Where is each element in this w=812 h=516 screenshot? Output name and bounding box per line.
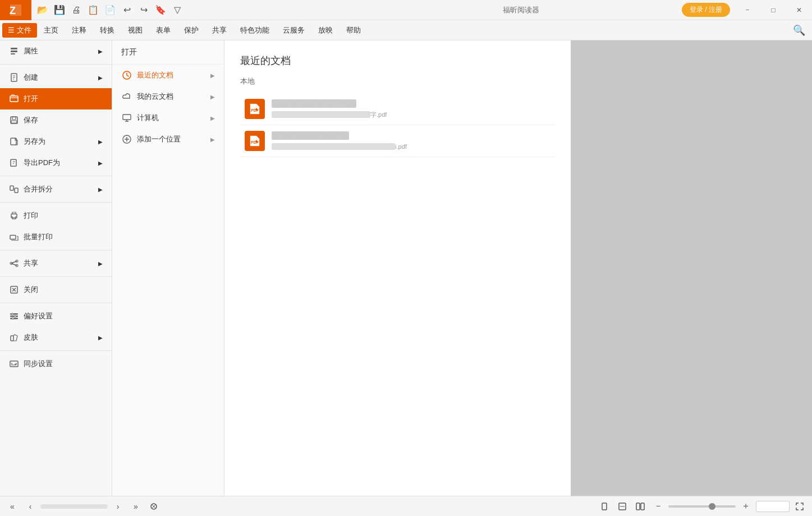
fit-width-btn[interactable]	[614, 499, 630, 514]
saveas-arrow: ▶	[98, 139, 103, 145]
sidebar-item-open[interactable]: 打开	[0, 88, 112, 109]
menu-item-protect[interactable]: 保护	[177, 22, 205, 39]
file-name-1: 好消息与坏消息文件名称	[272, 99, 550, 109]
zoom-out-btn[interactable]: －	[650, 499, 666, 514]
svg-rect-28	[123, 115, 131, 120]
merge-icon	[9, 184, 19, 194]
sidebar-item-skin-label: 皮肤	[24, 332, 38, 343]
svg-rect-12	[15, 188, 18, 193]
prev-page-btn[interactable]: ‹	[22, 499, 38, 514]
minimize-button[interactable]: －	[735, 0, 760, 20]
fullscreen-btn[interactable]	[792, 499, 808, 514]
svg-rect-11	[10, 186, 13, 190]
svg-rect-5	[10, 96, 18, 102]
sidebar-item-preferences[interactable]: 偏好设置	[0, 305, 112, 327]
fit-page-panel-btn[interactable]	[146, 499, 162, 514]
stamp-btn[interactable]: 🔖	[153, 2, 168, 18]
submenu-item-recent[interactable]: 最近的文档 ▶	[112, 65, 224, 86]
menu-item-forms[interactable]: 表单	[149, 22, 177, 39]
menu-item-features[interactable]: 特色功能	[233, 22, 276, 39]
prev-section-btn[interactable]: «	[4, 499, 20, 514]
zoom-in-btn[interactable]: ＋	[738, 499, 754, 514]
sidebar-item-saveas[interactable]: 另存为 ▶	[0, 131, 112, 152]
skin-arrow: ▶	[98, 335, 103, 341]
menu-item-help[interactable]: 帮助	[340, 22, 368, 39]
cloud-icon	[121, 92, 132, 102]
next-page-btn[interactable]: ›	[110, 499, 126, 514]
skin-icon	[9, 332, 19, 343]
svg-point-23	[15, 316, 16, 317]
sidebar-item-batch-print[interactable]: 批量打印	[0, 226, 112, 248]
zoom-slider[interactable]	[668, 505, 736, 508]
computer-arrow: ▶	[210, 115, 215, 121]
svg-rect-8	[11, 121, 17, 123]
sidebar-item-print[interactable]: 打印	[0, 205, 112, 226]
maximize-button[interactable]: □	[760, 0, 786, 20]
sidebar-item-sync[interactable]: 同步设置	[0, 353, 112, 375]
menu-item-view[interactable]: 视图	[121, 22, 149, 39]
sidebar-item-create[interactable]: 创建 ▶	[0, 67, 112, 88]
clock-icon	[121, 70, 132, 80]
sidebar-item-close[interactable]: 关闭	[0, 279, 112, 300]
save-btn[interactable]: 💾	[52, 2, 67, 18]
menu-item-slideshow[interactable]: 放映	[311, 22, 340, 39]
share-icon	[9, 258, 19, 268]
dropdown-btn[interactable]: ▽	[169, 2, 185, 18]
status-right: － ＋	[597, 499, 808, 514]
menu-item-share[interactable]: 共享	[205, 22, 233, 39]
submenu-computer-label: 计算机	[137, 113, 159, 123]
zoom-thumb[interactable]	[709, 503, 715, 510]
menu-item-home[interactable]: 主页	[37, 22, 65, 39]
single-page-btn[interactable]	[597, 499, 612, 514]
divider-2	[0, 176, 112, 176]
divider-6	[0, 303, 112, 303]
sidebar-item-properties[interactable]: 属性 ▶	[0, 40, 112, 62]
print-btn[interactable]: 🖨	[68, 2, 84, 18]
scroll-bar[interactable]	[40, 504, 108, 509]
file-item-1[interactable]: PDF 好消息与坏消息文件名称 D:\路径路径路径路径路径路径路径字.pdf	[240, 93, 555, 125]
sidebar-item-skin[interactable]: 皮肤 ▶	[0, 327, 112, 348]
file-menu-button[interactable]: ☰ 文件	[2, 23, 37, 38]
close-doc-icon	[9, 285, 19, 295]
print-icon	[9, 211, 19, 221]
menu-item-convert[interactable]: 转换	[93, 22, 121, 39]
sidebar-item-export[interactable]: 导出PDF为 ▶	[0, 152, 112, 173]
open-folder-btn[interactable]: 📂	[35, 2, 51, 18]
submenu-item-cloud[interactable]: 我的云文档 ▶	[112, 86, 224, 107]
sync-icon	[9, 359, 19, 369]
window-controls: － □ ✕	[735, 0, 812, 20]
sidebar-item-batch-print-label: 批量打印	[24, 232, 53, 242]
copy-btn[interactable]: 📋	[85, 2, 101, 18]
divider-4	[0, 250, 112, 250]
divider-7	[0, 350, 112, 351]
svg-rect-14	[10, 235, 16, 239]
menu-item-annotate[interactable]: 注释	[65, 22, 93, 39]
next-section-btn[interactable]: »	[128, 499, 144, 514]
svg-point-24	[12, 318, 14, 319]
menu-item-cloud[interactable]: 云服务	[276, 22, 311, 39]
sidebar: 属性 ▶ 创建 ▶ 打开	[0, 40, 112, 496]
sidebar-item-save[interactable]: 保存	[0, 109, 112, 131]
titlebar: Z 📂 💾 🖨 📋 📄 ↩ ↪ 🔖 ▽ 福昕阅读器 登录 / 注册 － □ ✕	[0, 0, 812, 20]
two-pages-btn[interactable]	[632, 499, 648, 514]
submenu-item-add-location[interactable]: 添加一个位置 ▶	[112, 129, 224, 150]
redo-btn[interactable]: ↪	[136, 2, 152, 18]
login-button[interactable]: 登录 / 注册	[682, 3, 730, 17]
zoom-input[interactable]	[756, 501, 790, 512]
svg-rect-36	[641, 503, 644, 510]
submenu-item-computer[interactable]: 计算机 ▶	[112, 107, 224, 129]
create-arrow: ▶	[98, 75, 103, 81]
add-location-icon	[121, 134, 132, 144]
new-doc-btn[interactable]: 📄	[102, 2, 118, 18]
sidebar-item-share[interactable]: 共享 ▶	[0, 253, 112, 274]
sidebar-item-merge[interactable]: 合并拆分 ▶	[0, 179, 112, 200]
undo-btn[interactable]: ↩	[119, 2, 135, 18]
file-item-2[interactable]: PDF 文档名称文档名称文档 C:\路径路径路径路径路径路径路径路径路径i.pd…	[240, 125, 555, 157]
export-icon	[9, 158, 19, 168]
search-button[interactable]: 🔍	[788, 22, 810, 39]
divider-3	[0, 202, 112, 203]
close-button[interactable]: ✕	[786, 0, 812, 20]
sidebar-item-print-label: 打印	[24, 211, 38, 221]
titlebar-actions: 登录 / 注册	[682, 3, 735, 17]
computer-icon	[121, 113, 132, 123]
